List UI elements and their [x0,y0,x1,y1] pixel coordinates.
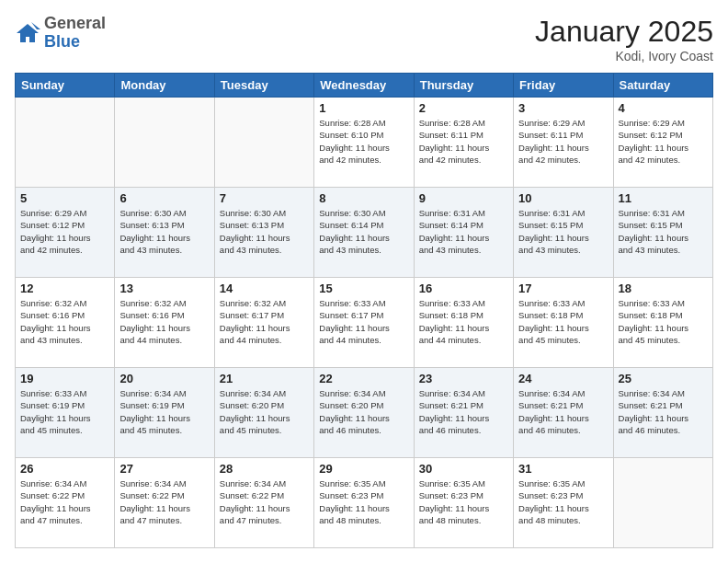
logo-text: General Blue [44,15,106,52]
col-sunday: Sunday [16,74,115,98]
day-number: 12 [20,282,109,295]
day-number: 30 [419,462,508,476]
day-number: 4 [619,101,708,115]
table-row: 22Sunrise: 6:34 AM Sunset: 6:20 PM Dayli… [314,368,414,458]
day-number: 22 [319,372,408,385]
table-row: 30Sunrise: 6:35 AM Sunset: 6:23 PM Dayli… [414,458,513,548]
day-info: Sunrise: 6:34 AM Sunset: 6:20 PM Dayligh… [220,387,309,436]
day-number: 9 [419,191,508,205]
day-number: 31 [518,462,608,476]
day-number: 10 [518,191,608,205]
table-row: 25Sunrise: 6:34 AM Sunset: 6:21 PM Dayli… [613,368,712,458]
day-number: 23 [419,372,508,385]
col-wednesday: Wednesday [314,74,414,98]
table-row: 14Sunrise: 6:32 AM Sunset: 6:17 PM Dayli… [214,278,313,368]
table-row: 21Sunrise: 6:34 AM Sunset: 6:20 PM Dayli… [214,368,313,458]
table-row: 16Sunrise: 6:33 AM Sunset: 6:18 PM Dayli… [414,278,513,368]
col-thursday: Thursday [414,74,513,98]
calendar-header-row: Sunday Monday Tuesday Wednesday Thursday… [16,74,713,98]
day-info: Sunrise: 6:34 AM Sunset: 6:21 PM Dayligh… [619,387,708,436]
table-row: 23Sunrise: 6:34 AM Sunset: 6:21 PM Dayli… [414,368,513,458]
table-row: 24Sunrise: 6:34 AM Sunset: 6:21 PM Dayli… [514,368,613,458]
day-number: 16 [419,282,508,295]
location: Kodi, Ivory Coast [535,49,713,63]
day-info: Sunrise: 6:30 AM Sunset: 6:14 PM Dayligh… [319,207,408,256]
col-friday: Friday [514,74,613,98]
day-number: 21 [220,372,309,385]
day-info: Sunrise: 6:34 AM Sunset: 6:22 PM Dayligh… [119,477,209,526]
table-row: 31Sunrise: 6:35 AM Sunset: 6:23 PM Dayli… [514,458,613,548]
table-row: 18Sunrise: 6:33 AM Sunset: 6:18 PM Dayli… [613,278,712,368]
table-row: 2Sunrise: 6:28 AM Sunset: 6:11 PM Daylig… [414,98,513,188]
day-number: 17 [518,282,608,295]
calendar-week-row: 19Sunrise: 6:33 AM Sunset: 6:19 PM Dayli… [16,368,713,458]
table-row: 19Sunrise: 6:33 AM Sunset: 6:19 PM Dayli… [16,368,115,458]
day-info: Sunrise: 6:34 AM Sunset: 6:22 PM Dayligh… [20,477,109,526]
calendar-table: Sunday Monday Tuesday Wednesday Thursday… [15,73,713,548]
table-row: 4Sunrise: 6:29 AM Sunset: 6:12 PM Daylig… [613,98,712,188]
day-number: 14 [220,282,309,295]
table-row: 6Sunrise: 6:30 AM Sunset: 6:13 PM Daylig… [115,188,214,278]
table-row: 13Sunrise: 6:32 AM Sunset: 6:16 PM Dayli… [115,278,214,368]
day-number: 27 [119,462,209,476]
day-info: Sunrise: 6:34 AM Sunset: 6:21 PM Dayligh… [419,387,508,436]
table-row: 26Sunrise: 6:34 AM Sunset: 6:22 PM Dayli… [16,458,115,548]
day-info: Sunrise: 6:29 AM Sunset: 6:11 PM Dayligh… [518,117,608,166]
day-number: 18 [619,282,708,295]
day-number: 11 [619,191,708,205]
day-info: Sunrise: 6:30 AM Sunset: 6:13 PM Dayligh… [119,207,209,256]
day-number: 24 [518,372,608,385]
logo-icon [15,20,40,46]
day-info: Sunrise: 6:34 AM Sunset: 6:19 PM Dayligh… [119,387,209,436]
day-number: 1 [319,101,408,115]
table-row: 17Sunrise: 6:33 AM Sunset: 6:18 PM Dayli… [514,278,613,368]
calendar-week-row: 5Sunrise: 6:29 AM Sunset: 6:12 PM Daylig… [16,188,713,278]
logo-blue-text: Blue [44,32,80,51]
table-row: 1Sunrise: 6:28 AM Sunset: 6:10 PM Daylig… [314,98,414,188]
table-row: 28Sunrise: 6:34 AM Sunset: 6:22 PM Dayli… [214,458,313,548]
day-number: 2 [419,101,508,115]
day-number: 19 [20,372,109,385]
table-row: 5Sunrise: 6:29 AM Sunset: 6:12 PM Daylig… [16,188,115,278]
calendar-week-row: 12Sunrise: 6:32 AM Sunset: 6:16 PM Dayli… [16,278,713,368]
col-monday: Monday [115,74,214,98]
day-info: Sunrise: 6:29 AM Sunset: 6:12 PM Dayligh… [20,207,109,256]
day-info: Sunrise: 6:35 AM Sunset: 6:23 PM Dayligh… [319,477,408,526]
day-info: Sunrise: 6:35 AM Sunset: 6:23 PM Dayligh… [419,477,508,526]
day-number: 6 [119,191,209,205]
table-row [214,98,313,188]
day-info: Sunrise: 6:28 AM Sunset: 6:10 PM Dayligh… [319,117,408,166]
calendar-week-row: 26Sunrise: 6:34 AM Sunset: 6:22 PM Dayli… [16,458,713,548]
day-number: 20 [119,372,209,385]
day-info: Sunrise: 6:29 AM Sunset: 6:12 PM Dayligh… [619,117,708,166]
day-info: Sunrise: 6:33 AM Sunset: 6:18 PM Dayligh… [419,297,508,346]
day-info: Sunrise: 6:32 AM Sunset: 6:16 PM Dayligh… [119,297,209,346]
month-title: January 2025 [535,15,713,49]
day-info: Sunrise: 6:32 AM Sunset: 6:16 PM Dayligh… [20,297,109,346]
day-info: Sunrise: 6:33 AM Sunset: 6:18 PM Dayligh… [518,297,608,346]
day-info: Sunrise: 6:31 AM Sunset: 6:15 PM Dayligh… [619,207,708,256]
table-row: 27Sunrise: 6:34 AM Sunset: 6:22 PM Dayli… [115,458,214,548]
day-number: 13 [119,282,209,295]
day-number: 3 [518,101,608,115]
day-info: Sunrise: 6:33 AM Sunset: 6:19 PM Dayligh… [20,387,109,436]
col-saturday: Saturday [613,74,712,98]
day-number: 8 [319,191,408,205]
day-info: Sunrise: 6:31 AM Sunset: 6:14 PM Dayligh… [419,207,508,256]
day-info: Sunrise: 6:34 AM Sunset: 6:21 PM Dayligh… [518,387,608,436]
day-info: Sunrise: 6:33 AM Sunset: 6:17 PM Dayligh… [319,297,408,346]
day-info: Sunrise: 6:31 AM Sunset: 6:15 PM Dayligh… [518,207,608,256]
day-info: Sunrise: 6:32 AM Sunset: 6:17 PM Dayligh… [220,297,309,346]
table-row: 3Sunrise: 6:29 AM Sunset: 6:11 PM Daylig… [514,98,613,188]
table-row: 12Sunrise: 6:32 AM Sunset: 6:16 PM Dayli… [16,278,115,368]
table-row: 15Sunrise: 6:33 AM Sunset: 6:17 PM Dayli… [314,278,414,368]
table-row: 8Sunrise: 6:30 AM Sunset: 6:14 PM Daylig… [314,188,414,278]
day-number: 26 [20,462,109,476]
table-row: 20Sunrise: 6:34 AM Sunset: 6:19 PM Dayli… [115,368,214,458]
table-row: 7Sunrise: 6:30 AM Sunset: 6:13 PM Daylig… [214,188,313,278]
day-number: 25 [619,372,708,385]
day-info: Sunrise: 6:34 AM Sunset: 6:20 PM Dayligh… [319,387,408,436]
page: General Blue January 2025 Kodi, Ivory Co… [0,0,728,563]
day-info: Sunrise: 6:33 AM Sunset: 6:18 PM Dayligh… [619,297,708,346]
day-info: Sunrise: 6:28 AM Sunset: 6:11 PM Dayligh… [419,117,508,166]
